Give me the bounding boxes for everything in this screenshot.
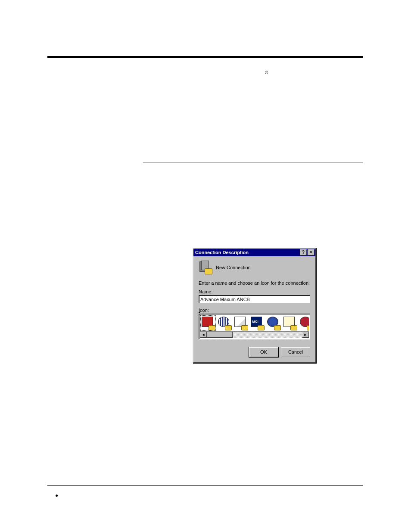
scroll-right-button[interactable]: ►	[302, 332, 309, 338]
name-label: Name:	[199, 289, 310, 294]
dialog-body: New Connection Enter a name and choose a…	[193, 256, 315, 343]
icon-picker: ◄ ►	[199, 314, 310, 339]
document-page: ®	[47, 56, 363, 62]
titlebar[interactable]: Connection Description ? ×	[193, 249, 315, 256]
close-button[interactable]: ×	[308, 249, 314, 255]
new-connection-label: New Connection	[216, 265, 251, 270]
ok-button[interactable]: OK	[249, 347, 278, 357]
footer-rule	[47, 485, 363, 486]
section-rule	[143, 162, 363, 162]
icon-option-4[interactable]	[250, 316, 265, 330]
connection-description-dialog: Connection Description ? × New Connectio…	[193, 248, 316, 363]
help-button[interactable]: ?	[300, 249, 307, 255]
footer-bullet-icon	[56, 495, 58, 497]
scroll-left-button[interactable]: ◄	[200, 332, 207, 338]
icon-option-1[interactable]	[201, 316, 215, 330]
cancel-button[interactable]: Cancel	[281, 347, 310, 357]
icon-scrollbar[interactable]: ◄ ►	[200, 331, 309, 338]
top-rule	[47, 56, 363, 58]
registered-mark: ®	[265, 70, 268, 75]
dialog-button-row: OK Cancel	[193, 343, 315, 362]
icon-option-5[interactable]	[266, 316, 281, 330]
scroll-thumb[interactable]	[207, 332, 233, 338]
icon-option-7[interactable]	[299, 316, 309, 330]
icon-option-2[interactable]	[217, 316, 232, 330]
icon-list[interactable]	[200, 315, 309, 331]
connection-name-input[interactable]	[199, 295, 310, 303]
instruction-text: Enter a name and choose an icon for the …	[199, 280, 310, 286]
new-connection-row: New Connection	[199, 261, 310, 274]
icon-option-3[interactable]	[234, 316, 248, 330]
dialog-title: Connection Description	[195, 250, 299, 255]
icon-label: Icon:	[199, 308, 310, 313]
icon-option-6[interactable]	[283, 316, 297, 330]
new-connection-icon	[199, 261, 212, 274]
